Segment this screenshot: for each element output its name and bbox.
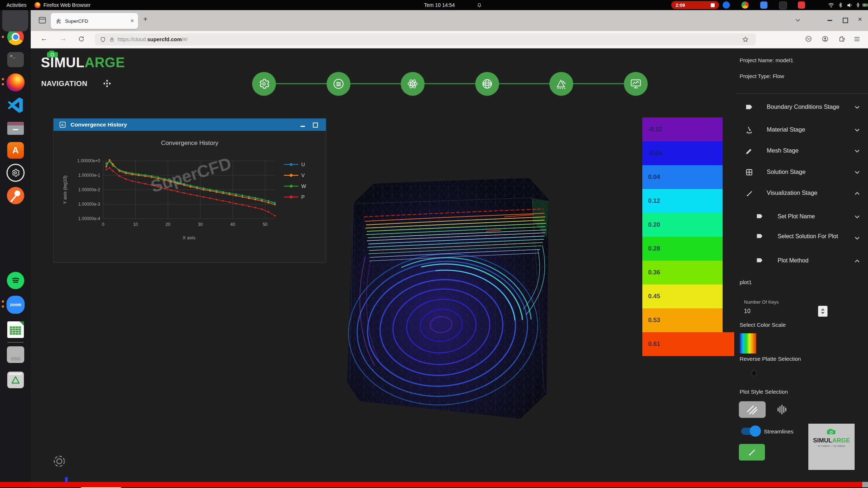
sub-row-select-solution[interactable]: Select Solution For Plot xyxy=(736,228,868,250)
flow-3d-viewport[interactable] xyxy=(331,163,568,428)
color-scale-swatch[interactable] xyxy=(740,333,756,354)
wifi-icon[interactable] xyxy=(827,0,835,10)
window-close-button[interactable]: × xyxy=(858,15,862,23)
move-handle-icon[interactable] xyxy=(102,78,112,89)
stepper-step-solution[interactable] xyxy=(549,72,573,96)
lock-icon[interactable] xyxy=(109,37,115,42)
legend-band[interactable]: 0.36 xyxy=(642,261,723,284)
shield-icon[interactable] xyxy=(100,37,106,43)
volume-icon[interactable] xyxy=(846,0,853,10)
stage-label: Mesh Stage xyxy=(767,147,799,154)
tray-chrome-icon[interactable] xyxy=(741,1,749,9)
tab-supercfd[interactable]: SuperCFD × xyxy=(51,13,138,29)
dock-files-icon[interactable] xyxy=(6,119,25,138)
number-stepper[interactable] xyxy=(818,306,827,317)
activities-button[interactable]: Activities xyxy=(7,0,26,10)
window-minimize-icon[interactable] xyxy=(301,126,305,127)
droplet-icon[interactable] xyxy=(749,368,759,377)
legend-band[interactable]: 0.53 xyxy=(642,308,723,332)
dock-trash-icon[interactable] xyxy=(6,371,25,389)
legend-band[interactable]: 0.45 xyxy=(642,284,723,308)
legend-band-selected[interactable]: 0.61 xyxy=(642,332,734,356)
reset-view-target-icon[interactable] xyxy=(53,455,66,468)
apply-plot-button[interactable] xyxy=(739,444,765,461)
stage-row-material[interactable]: Material Stage xyxy=(736,121,868,139)
chevron-down-icon[interactable] xyxy=(854,127,861,134)
chevron-down-icon[interactable] xyxy=(854,104,861,111)
stepper-step-settings[interactable] xyxy=(252,72,276,96)
legend-band[interactable]: 0.20 xyxy=(642,213,723,237)
new-tab-button[interactable]: + xyxy=(143,15,148,23)
window-maximize-icon[interactable] xyxy=(313,123,318,128)
convergence-history-window[interactable]: Convergence History Convergence History … xyxy=(53,118,326,263)
window-minimize-button[interactable] xyxy=(827,20,832,21)
extensions-puzzle-icon[interactable] xyxy=(838,35,845,42)
pocket-icon[interactable] xyxy=(805,35,812,42)
legend-band[interactable]: 0.04 xyxy=(642,165,723,189)
stage-row-boundary-conditions[interactable]: Boundary Conditions Stage xyxy=(736,99,868,116)
stepper-step-mesh[interactable] xyxy=(475,72,499,96)
chevron-up-icon[interactable] xyxy=(854,190,861,197)
back-button[interactable]: ← xyxy=(41,34,48,43)
tray-app-dark-icon[interactable] xyxy=(779,1,787,9)
legend-band[interactable]: -0.04 xyxy=(642,141,723,165)
dock-libreoffice-calc-icon[interactable] xyxy=(6,320,25,339)
dock-software-icon[interactable] xyxy=(6,141,25,160)
legend-value: 0.36 xyxy=(648,269,660,276)
window-maximize-button[interactable] xyxy=(843,18,848,23)
supercfd-app: SIMULARGE NAVIGATION xyxy=(31,48,868,488)
tray-app-red-icon[interactable] xyxy=(798,1,805,9)
chevron-down-icon[interactable] xyxy=(854,147,861,155)
legend-band[interactable]: -0.12 xyxy=(642,117,723,141)
window-titlebar[interactable]: Convergence History xyxy=(54,119,326,131)
sub-row-plot-method[interactable]: Plot Method xyxy=(736,252,868,270)
list-all-tabs-chevron-icon[interactable] xyxy=(795,18,801,22)
plot-style-label: Plot Style Selection xyxy=(740,389,788,395)
dock-ssd-drive-icon[interactable]: SSD xyxy=(6,345,25,364)
dock-vscode-icon[interactable] xyxy=(6,96,25,115)
tab-close-icon[interactable]: × xyxy=(131,18,134,24)
plot-name-value[interactable]: plot1 xyxy=(740,279,752,286)
tray-app-blue-icon[interactable] xyxy=(723,1,730,9)
battery-icon[interactable] xyxy=(861,0,868,10)
dock-terminal-icon[interactable] xyxy=(6,50,25,69)
screen-recording-indicator[interactable]: 2:09 xyxy=(671,1,719,9)
legend-band[interactable]: 0.12 xyxy=(642,189,723,213)
bluetooth-icon[interactable] xyxy=(838,0,843,10)
chevron-down-icon[interactable] xyxy=(854,213,861,221)
chevron-down-icon[interactable] xyxy=(854,169,861,176)
microphone-icon[interactable] xyxy=(855,0,861,10)
firefox-view-icon[interactable] xyxy=(38,16,47,25)
chevron-up-icon[interactable] xyxy=(854,257,861,265)
dock-spotify-icon[interactable] xyxy=(6,271,25,290)
forward-button[interactable]: → xyxy=(59,34,67,43)
stepper-step-material[interactable] xyxy=(401,72,425,96)
streamlines-toggle-knob[interactable] xyxy=(750,425,761,437)
clock-menu[interactable]: Tem 10 14:54 xyxy=(409,0,470,10)
account-icon[interactable] xyxy=(822,35,829,42)
dock-settings-icon[interactable] xyxy=(6,163,25,182)
chevron-down-icon[interactable] xyxy=(854,235,861,242)
stage-row-mesh[interactable]: Mesh Stage xyxy=(736,142,868,160)
stepper-step-boundary[interactable] xyxy=(327,72,350,96)
legend-band[interactable]: 0.28 xyxy=(642,237,723,261)
stage-row-visualization[interactable]: Visualization Stage xyxy=(736,185,868,202)
tray-app-square-icon[interactable] xyxy=(760,1,767,9)
focused-app-menu[interactable]: Firefox Web Browser xyxy=(34,0,90,10)
stage-row-solution[interactable]: Solution Stage xyxy=(736,164,868,181)
dock-postman-icon[interactable] xyxy=(6,186,25,205)
dock-zoom-icon[interactable]: zoom xyxy=(6,295,25,314)
address-bar[interactable]: https://cloud.supercfd.com/#/ xyxy=(95,33,756,46)
number-of-keys-input[interactable]: 10 xyxy=(744,308,750,314)
reload-button[interactable] xyxy=(78,36,85,42)
sub-row-set-plot-name[interactable]: Set Plot Name xyxy=(736,208,868,226)
bookmark-star-icon[interactable] xyxy=(742,36,749,43)
video-progress-bar[interactable] xyxy=(0,482,862,487)
hatch-style-button[interactable] xyxy=(739,401,766,418)
stepper-step-visualization[interactable] xyxy=(624,72,648,96)
dock-firefox-icon[interactable] xyxy=(6,73,25,92)
menu-hamburger-icon[interactable] xyxy=(854,36,860,42)
video-progress-remaining[interactable] xyxy=(862,482,868,487)
notification-bell-icon[interactable] xyxy=(477,0,482,10)
equalizer-style-button[interactable] xyxy=(776,404,788,415)
